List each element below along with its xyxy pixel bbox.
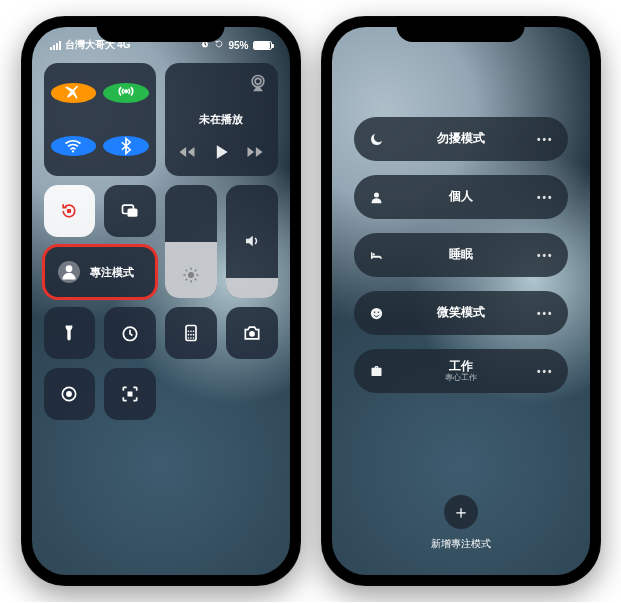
focus-button[interactable]: 專注模式 [44,246,157,298]
screen-right: 勿擾模式 ••• 個人 ••• 睡眠 ••• 微笑模式 ••• 工 [332,27,590,575]
calculator-button[interactable] [165,307,217,359]
brightness-icon [182,266,200,288]
now-playing-title: 未在播放 [199,112,243,127]
timer-button[interactable] [104,307,156,359]
volume-slider[interactable] [226,185,278,298]
wifi-button[interactable] [51,136,97,156]
play-button[interactable] [211,142,231,166]
focus-row-sleep[interactable]: 睡眠 ••• [354,233,568,277]
flashlight-button[interactable] [44,307,96,359]
screen-record-button[interactable] [44,368,96,420]
control-center: 未在播放 [44,63,278,563]
more-icon[interactable]: ••• [537,192,554,203]
airplane-icon [63,83,83,103]
person-icon [368,190,386,205]
rotation-lock-mini-icon [214,39,224,51]
svg-point-28 [374,311,376,313]
svg-point-25 [374,192,379,197]
focus-row-label: 微笑模式 [386,306,537,320]
smile-icon [368,306,386,321]
add-focus-label: 新增專注模式 [431,537,491,551]
svg-point-8 [188,272,194,278]
airplay-icon[interactable] [248,73,268,97]
volume-fill [226,278,278,298]
prev-track-button[interactable] [177,142,197,166]
focus-row-smile[interactable]: 微笑模式 ••• [354,291,568,335]
antenna-icon [116,83,136,103]
add-focus-button[interactable]: ＋ [444,495,478,529]
svg-point-27 [371,307,382,318]
svg-point-29 [378,311,380,313]
svg-point-1 [125,90,128,93]
focus-row-label: 個人 [386,190,537,204]
bluetooth-icon [116,136,136,156]
svg-point-17 [193,334,195,336]
focus-row-dnd[interactable]: 勿擾模式 ••• [354,117,568,161]
svg-rect-5 [67,209,71,213]
notch [96,16,225,42]
airplane-mode-button[interactable] [51,83,97,103]
svg-point-9 [65,265,72,272]
focus-row-work[interactable]: 工作 專心工作 ••• [354,349,568,393]
record-icon [59,384,79,404]
camera-icon [242,323,262,343]
more-icon[interactable]: ••• [537,134,554,145]
screen-left: 台灣大哥大 4G 95% [32,27,290,575]
focus-row-personal[interactable]: 個人 ••• [354,175,568,219]
svg-point-16 [190,334,192,336]
flashlight-icon [59,323,79,343]
focus-row-label: 工作 [386,360,537,374]
svg-point-2 [72,150,74,152]
battery-icon [253,41,272,50]
battery-fill [254,42,270,49]
media-controls [177,142,265,168]
connectivity-tile [44,63,157,176]
qr-scan-button[interactable] [104,368,156,420]
rotation-lock-icon [59,201,79,221]
focus-row-label: 睡眠 [386,248,537,262]
more-icon[interactable]: ••• [537,250,554,261]
focus-row-label: 勿擾模式 [386,132,537,146]
svg-point-12 [188,331,190,333]
rotation-lock-button[interactable] [44,185,96,237]
focus-label: 專注模式 [90,265,134,280]
svg-point-14 [193,331,195,333]
add-focus-section: ＋ 新增專注模式 [332,495,590,551]
svg-point-26 [372,253,374,255]
svg-point-18 [188,337,190,339]
plus-icon: ＋ [452,500,470,524]
phone-left: 台灣大哥大 4G 95% [21,16,301,586]
wifi-icon [63,136,83,156]
camera-button[interactable] [226,307,278,359]
cellular-data-button[interactable] [103,83,149,103]
moon-icon [368,132,386,147]
brightness-slider[interactable] [165,185,217,298]
svg-point-4 [255,78,261,84]
svg-rect-24 [128,392,133,397]
more-icon[interactable]: ••• [537,366,554,377]
signal-bars-icon [50,41,61,50]
person-icon [58,261,80,283]
battery-pct: 95% [228,40,248,51]
timer-icon [120,323,140,343]
svg-point-15 [188,334,190,336]
svg-point-23 [66,391,72,397]
screen-mirroring-button[interactable] [104,185,156,237]
bed-icon [368,247,386,263]
svg-point-13 [190,331,192,333]
focus-row-sublabel: 專心工作 [386,373,537,382]
briefcase-icon [368,364,386,379]
svg-point-21 [249,331,255,337]
calculator-icon [181,323,201,343]
svg-rect-7 [128,209,138,217]
svg-point-19 [190,337,192,339]
next-track-button[interactable] [245,142,265,166]
svg-point-20 [193,337,195,339]
more-icon[interactable]: ••• [537,308,554,319]
notch [396,16,525,42]
media-tile[interactable]: 未在播放 [165,63,278,176]
qr-icon [120,384,140,404]
phone-right: 勿擾模式 ••• 個人 ••• 睡眠 ••• 微笑模式 ••• 工 [321,16,601,586]
bluetooth-button[interactable] [103,136,149,156]
screen-mirroring-icon [120,201,140,221]
